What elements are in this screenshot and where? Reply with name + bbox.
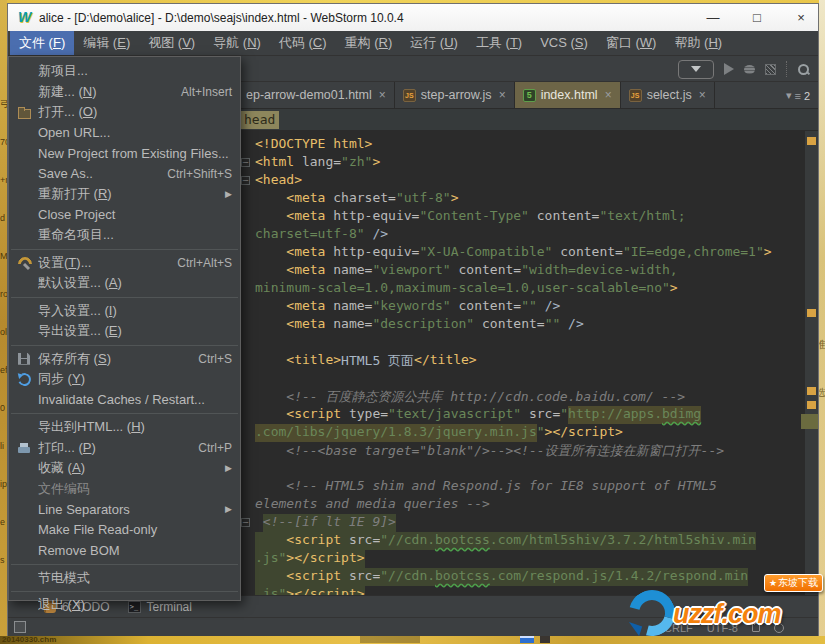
menu-item-print[interactable]: 打印... (P)Ctrl+P	[9, 438, 240, 459]
code-token: <script	[286, 406, 349, 424]
menubar-item-tools[interactable]: 工具 (T)	[467, 31, 531, 55]
menu-item-export-settings[interactable]: 导出设置... (E)	[9, 321, 240, 342]
menu-item-new-project[interactable]: 新项目...	[9, 61, 240, 82]
code-token	[255, 568, 286, 586]
tab-step-arrow-js[interactable]: JSstep-arrow.js×	[395, 82, 515, 108]
menu-item-import-settings[interactable]: 导入设置... (I)	[9, 301, 240, 322]
menu-item-power-save-mode[interactable]: 节电模式	[9, 568, 240, 589]
code-token: "utf-8"	[396, 190, 451, 208]
minimize-button[interactable]: —	[706, 10, 720, 25]
menubar-item-code[interactable]: 代码 (C)	[270, 31, 336, 55]
menu-item-label: Close Project	[38, 207, 232, 222]
mnemonic: E	[109, 323, 118, 338]
menu-item-remove-bom[interactable]: Remove BOM	[9, 540, 240, 561]
code-token	[255, 532, 286, 550]
star-icon: ★	[769, 578, 777, 588]
error-stripe-scrollbar[interactable]	[805, 131, 818, 595]
chevron-down-icon	[691, 66, 701, 72]
close-tab-icon[interactable]: ×	[699, 88, 706, 102]
code-token	[255, 244, 286, 262]
close-tab-icon[interactable]: ×	[499, 88, 506, 102]
debug-icon[interactable]	[744, 65, 755, 74]
menu-item-open[interactable]: 打开... (O)	[9, 102, 240, 123]
hidden-tabs-indicator[interactable]: ▾ ≡ 2	[786, 82, 810, 109]
warning-marker[interactable]	[807, 137, 816, 145]
code-token: ""	[545, 316, 561, 334]
menu-item-new[interactable]: 新建... (N)Alt+Insert	[9, 82, 240, 103]
tab-select-js[interactable]: JSselect.js×	[621, 82, 715, 108]
menu-item-favorites[interactable]: 收藏 (A)▶	[9, 458, 240, 479]
menu-item-label: 文件编码	[38, 480, 232, 498]
close-tab-icon[interactable]: ×	[379, 88, 386, 102]
maximize-button[interactable]: □	[750, 10, 764, 25]
close-button[interactable]: ×	[794, 10, 808, 25]
code-token: .js"	[255, 586, 286, 595]
menu-item-save-all[interactable]: 保存所有 (S)Ctrl+S	[9, 349, 240, 370]
menu-item-settings[interactable]: 设置(T)...Ctrl+Alt+S	[9, 253, 240, 274]
fold-marker[interactable]: –	[241, 158, 250, 167]
fold-marker[interactable]: –	[241, 176, 250, 185]
webstorm-window: W alice - [D:\demo\alice] - D:\demo\seaj…	[7, 3, 819, 637]
menu-item-default-settings[interactable]: 默认设置... (A)	[9, 273, 240, 294]
menu-item-rename-project[interactable]: 重命名项目...	[9, 225, 240, 246]
menu-item-reopen[interactable]: 重新打开 (R)▶	[9, 184, 240, 205]
desktop-text-fragment: 弓	[0, 100, 7, 109]
menu-item-export-to-html[interactable]: 导出到HTML... (H)	[9, 417, 240, 438]
menubar-item-run[interactable]: 运行 (U)	[401, 31, 467, 55]
menu-item-exit[interactable]: 退出 (X)	[9, 595, 240, 616]
mnemonic: A	[72, 460, 81, 475]
menubar-item-edit[interactable]: 编辑 (E)	[74, 31, 139, 55]
warning-marker[interactable]	[807, 387, 816, 395]
menu-item-make-file-read-only[interactable]: Make File Read-only	[9, 520, 240, 541]
menu-item-open-url[interactable]: Open URL...	[9, 123, 240, 144]
code-token: "zh"	[341, 154, 372, 172]
blank-icon	[17, 461, 32, 475]
close-tab-icon[interactable]: ×	[605, 88, 612, 102]
scrollbar-thumb[interactable]	[801, 414, 818, 429]
warning-marker[interactable]	[807, 309, 816, 317]
menubar-item-vcs[interactable]: VCS (S)	[531, 31, 597, 55]
menu-bar: 文件 (F)编辑 (E)视图 (V)导航 (N)代码 (C)重构 (R)运行 (…	[8, 31, 818, 56]
code-token: "//cdn.	[380, 532, 435, 550]
menubar-item-file[interactable]: 文件 (F)	[10, 31, 74, 55]
menubar-item-window[interactable]: 窗口 (W)	[597, 31, 666, 55]
code-token: charset=	[333, 190, 396, 208]
mnemonic: U	[444, 35, 453, 50]
toolwindow-toggle-icon[interactable]	[14, 621, 26, 633]
taskbar-icon[interactable]	[520, 636, 534, 643]
code-line: charset=utf-8" />	[238, 226, 804, 244]
mnemonic: I	[109, 303, 113, 318]
code-line: elements and media queries -->	[238, 496, 804, 514]
menubar-item-help[interactable]: 帮助 (H)	[665, 31, 731, 55]
fold-marker[interactable]: –	[241, 518, 250, 527]
code-line	[238, 370, 804, 388]
menu-item-invalidate-caches[interactable]: Invalidate Caches / Restart...	[9, 390, 240, 411]
search-icon[interactable]	[797, 63, 810, 76]
run-config-dropdown[interactable]	[678, 60, 714, 79]
tab-index-html[interactable]: 5index.html×	[515, 82, 621, 108]
run-icon[interactable]	[724, 63, 734, 75]
menu-item-synchronize[interactable]: 同步 (Y)	[9, 369, 240, 390]
menubar-item-navigate[interactable]: 导航 (N)	[204, 31, 270, 55]
warning-marker[interactable]	[807, 401, 816, 409]
tab-ep-arrow-demo01-html[interactable]: ep-arrow-demo01.html×	[238, 82, 395, 108]
menubar-item-view[interactable]: 视图 (V)	[139, 31, 204, 55]
code-token: src=	[521, 406, 560, 424]
watermark-site-text: uzzf.com	[673, 599, 781, 630]
coverage-icon[interactable]	[765, 64, 776, 75]
code-token: src=	[349, 532, 380, 550]
menu-shortcut: Ctrl+Shift+S	[167, 167, 232, 181]
menu-item-line-separators[interactable]: Line Separators▶	[9, 499, 240, 520]
taskbar-icon[interactable]	[540, 636, 550, 643]
menu-item-close-project[interactable]: Close Project	[9, 205, 240, 226]
menubar-item-refactor[interactable]: 重构 (R)	[336, 31, 402, 55]
title-bar: W alice - [D:\demo\alice] - D:\demo\seaj…	[8, 4, 818, 31]
menu-item-new-project-from-existing[interactable]: New Project from Existing Files...	[9, 143, 240, 164]
menu-item-save-as[interactable]: Save As..Ctrl+Shift+S	[9, 164, 240, 185]
mnemonic: H	[708, 35, 717, 50]
window-controls: — □ ×	[706, 4, 808, 31]
menu-item-file-encoding[interactable]: 文件编码	[9, 479, 240, 500]
desktop-text-fragment: ro	[0, 290, 7, 299]
code-token: <head>	[255, 172, 302, 190]
breadcrumb-head[interactable]: head	[240, 111, 279, 129]
